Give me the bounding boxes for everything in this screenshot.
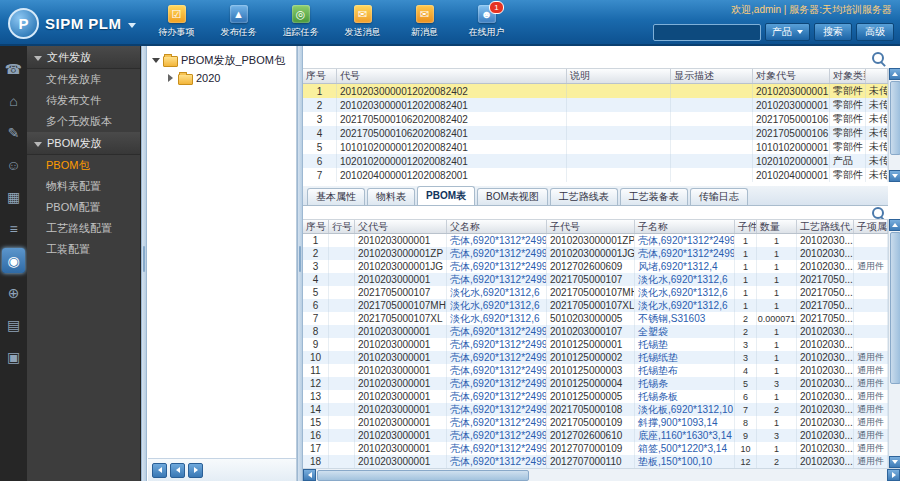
search-magnifier-icon[interactable] — [872, 52, 884, 64]
toolbar-item-publish-task[interactable]: ▲发布任务 — [212, 5, 265, 39]
search-input[interactable] — [653, 24, 761, 41]
bom-row[interactable]: 102010203000001壳体,6920*1312*2499,6(4...2… — [303, 351, 888, 364]
home-icon[interactable]: ⌂ — [2, 88, 25, 113]
bom-row[interactable]: 152010203000001壳体,6920*1312*2499,6(4...2… — [303, 416, 888, 429]
target-icon[interactable]: ⊕ — [2, 280, 25, 305]
tree-first-page-button[interactable] — [152, 463, 167, 478]
toolbar-item-track-task[interactable]: ◎追踪任务 — [274, 5, 327, 39]
cell-object-type: 零部件 — [830, 126, 866, 140]
sidebar-item-工艺路线配置[interactable]: 工艺路线配置 — [27, 218, 140, 239]
sidebar-item-PBOM包[interactable]: PBOM包 — [27, 155, 140, 176]
sidebar-item-文件发放库[interactable]: 文件发放库 — [27, 69, 140, 90]
tree-prev-page-button[interactable] — [170, 463, 185, 478]
cell-object-code: 2010204000001 — [753, 168, 830, 182]
book-icon[interactable]: ▤ — [2, 312, 25, 337]
sidebar-item-待发布文件[interactable]: 待发布文件 — [27, 90, 140, 111]
cell-attribute — [854, 247, 888, 260]
expander-icon[interactable] — [168, 74, 173, 82]
tab-BOM表视图[interactable]: BOM表视图 — [477, 188, 548, 205]
cell-child-code: 2012707000110 — [547, 455, 635, 468]
package-row[interactable]: 2201020300000120200824012010203000001零部件… — [303, 98, 888, 112]
bom-row[interactable]: 72021705000107XL淡化水,6920*1312,6501020300… — [303, 312, 888, 325]
bom-row[interactable]: 62021705000107MH淡化水,6920*1312,6202170500… — [303, 299, 888, 312]
tab-物料表[interactable]: 物料表 — [367, 188, 415, 205]
bom-row[interactable]: 52021705000107淡化水,6920*1312,620217050001… — [303, 286, 888, 299]
arrow-up-icon — [892, 223, 898, 227]
cell-quantity: 1 — [757, 442, 797, 455]
bom-row[interactable]: 32010203000001JG壳体,6920*1312*2499,6(4...… — [303, 260, 888, 273]
tab-工艺装备表[interactable]: 工艺装备表 — [620, 188, 688, 205]
scroll-down-button[interactable] — [889, 170, 900, 182]
module-icon-strip: ☎⌂✎☺▦≡◉⊕▤▣ — [0, 46, 27, 481]
bom-row[interactable]: 82010203000001壳体,6920*1312*2499,6(4...20… — [303, 325, 888, 338]
toolbar-item-todo[interactable]: ☑待办事项 — [150, 5, 203, 39]
bom-table-scrollbar[interactable] — [888, 219, 900, 468]
tree-node-2020[interactable]: 2020 — [151, 69, 293, 87]
package-table-scrollbar[interactable] — [888, 68, 900, 182]
bom-row[interactable]: 12010203000001壳体,6920*1312*2499,6(4...20… — [303, 234, 888, 247]
scrollbar-thumb[interactable] — [890, 232, 900, 384]
search-button[interactable]: 搜索 — [814, 23, 852, 41]
bom-row[interactable]: 112010203000001壳体,6920*1312*2499,6(4...2… — [303, 364, 888, 377]
tab-传输日志[interactable]: 传输日志 — [690, 188, 748, 205]
support-icon[interactable]: ☎ — [2, 56, 25, 81]
card-icon[interactable]: ▣ — [2, 344, 25, 369]
cell-line-no — [329, 234, 355, 247]
bom-row[interactable]: 122010203000001壳体,6920*1312*2499,6(4...2… — [303, 377, 888, 390]
tree-node-root[interactable]: PBOM发放_PBOM包 — [151, 51, 293, 69]
cell-line-no — [329, 312, 355, 325]
network-icon[interactable]: ◉ — [2, 248, 25, 273]
calendar-icon[interactable]: ▦ — [2, 184, 25, 209]
cell-status: 未传 — [866, 154, 888, 168]
edit-icon[interactable]: ✎ — [2, 120, 25, 145]
menu-section-1[interactable]: 文件发放 — [27, 46, 140, 69]
bom-row[interactable]: 42010203000001壳体,6920*1312*2499,6(4...20… — [303, 273, 888, 286]
scroll-left-button[interactable] — [303, 469, 316, 481]
package-row[interactable]: 4202170500010620200824012021705000106零部件… — [303, 126, 888, 140]
package-row[interactable]: 3202170500010620200824022021705000106零部件… — [303, 112, 888, 126]
database-icon[interactable]: ≡ — [2, 216, 25, 241]
toolbar-item-send-message[interactable]: ✉发送消息 — [336, 5, 389, 39]
cell-display-desc — [671, 154, 753, 168]
cell-piece-count: 2 — [735, 312, 757, 325]
scroll-down-button[interactable] — [889, 456, 900, 468]
bom-row[interactable]: 172010203000001壳体,6920*1312*2499,6(4...2… — [303, 442, 888, 455]
tab-工艺路线表[interactable]: 工艺路线表 — [550, 188, 618, 205]
search-category-select[interactable]: 产品 — [765, 23, 810, 41]
package-row[interactable]: 1201020300000120200824022010203000001零部件… — [303, 84, 888, 98]
package-row[interactable]: 5101010200000120200824011010102000001零部件… — [303, 140, 888, 154]
scroll-right-button[interactable] — [887, 469, 900, 481]
toolbar-item-new-message[interactable]: ✉新消息 — [398, 5, 451, 39]
scroll-up-button[interactable] — [889, 68, 900, 80]
package-row[interactable]: 6102010200000120200824011020102000001产品未… — [303, 154, 888, 168]
app-logo[interactable]: P SIPM PLM — [8, 8, 136, 39]
bom-row[interactable]: 132010203000001壳体,6920*1312*2499,6(4...2… — [303, 390, 888, 403]
bom-row[interactable]: 182010203000001壳体,6920*1312*2499,6(4...2… — [303, 455, 888, 468]
cell-child-code: 2010125000001 — [547, 338, 635, 351]
bom-row[interactable]: 162010203000001壳体,6920*1312*2499,6(4...2… — [303, 429, 888, 442]
bom-row[interactable]: 142010203000001壳体,6920*1312*2499,6(4...2… — [303, 403, 888, 416]
toolbar-item-online-users[interactable]: ☻在线用户1 — [460, 5, 513, 39]
expander-icon[interactable] — [152, 58, 160, 63]
horizontal-scrollbar[interactable] — [303, 468, 900, 481]
scrollbar-thumb[interactable] — [317, 470, 529, 481]
sidebar-item-物料表配置[interactable]: 物料表配置 — [27, 176, 140, 197]
bom-row[interactable]: 92010203000001壳体,6920*1312*2499,6(4...20… — [303, 338, 888, 351]
sidebar-item-PBOM配置[interactable]: PBOM配置 — [27, 197, 140, 218]
menu-section-2[interactable]: PBOM发放 — [27, 132, 140, 155]
tab-基本属性[interactable]: 基本属性 — [307, 188, 365, 205]
package-row[interactable]: 7201020400000120200820012010204000001零部件… — [303, 168, 888, 182]
tab-PBOM表[interactable]: PBOM表 — [417, 186, 475, 205]
user-icon[interactable]: ☺ — [2, 152, 25, 177]
tree-next-page-button[interactable] — [188, 463, 203, 478]
cell-parent-code: 2021705000107 — [355, 286, 447, 299]
cell-parent-name: 淡化水,6920*1312,6 — [447, 299, 547, 312]
splitter-menu-tree[interactable] — [141, 46, 147, 481]
search-magnifier-icon[interactable] — [872, 207, 884, 219]
sidebar-item-多个无效版本[interactable]: 多个无效版本 — [27, 111, 140, 132]
advanced-search-button[interactable]: 高级 — [856, 23, 894, 41]
scrollbar-thumb[interactable] — [890, 81, 900, 155]
bom-row[interactable]: 22010203000001ZP壳体,6920*1312*2499,6(4...… — [303, 247, 888, 260]
sidebar-item-工装配置[interactable]: 工装配置 — [27, 239, 140, 260]
scroll-up-button[interactable] — [889, 219, 900, 231]
